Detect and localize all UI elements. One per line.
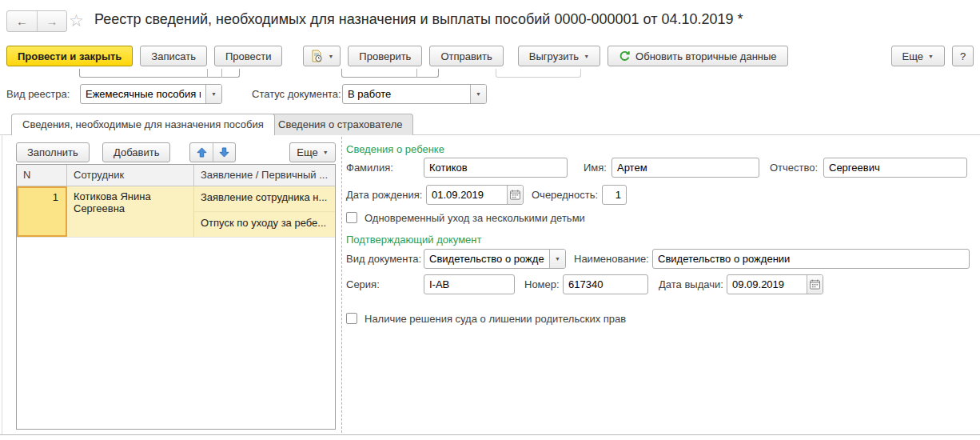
doc-kind-input[interactable] <box>424 250 549 268</box>
tab-benefit-info[interactable]: Сведения, необходимые для назначения пос… <box>11 114 275 135</box>
column-header-employee[interactable]: Сотрудник <box>67 165 194 186</box>
benefits-registry-form: ← → ☆ Реестр сведений, необходимых для н… <box>0 0 980 440</box>
issue-date-field <box>727 274 823 294</box>
order-label: Очередность: <box>532 185 598 205</box>
dropdown-icon: ▼ <box>928 54 934 59</box>
multi-care-checkbox-label: Одновременный уход за несколькими детьми <box>365 212 585 224</box>
number-input[interactable] <box>564 275 647 294</box>
doc-status-input[interactable] <box>343 85 470 103</box>
dropdown-icon: ▼ <box>555 256 560 262</box>
calendar-icon <box>810 279 820 290</box>
write-button[interactable]: Записать <box>140 46 207 66</box>
dropdown-icon: ▼ <box>476 91 481 97</box>
number-field <box>563 274 648 294</box>
refresh-secondary-data-button[interactable]: Обновить вторичные данные <box>608 46 788 66</box>
calendar-picker-button[interactable] <box>507 186 523 204</box>
table-more-button[interactable]: Еще▼ <box>289 142 336 162</box>
middlename-label: Отчество: <box>770 158 818 178</box>
favorite-star-icon[interactable]: ☆ <box>69 11 84 30</box>
column-header-n[interactable]: N <box>17 165 67 186</box>
lastname-input[interactable] <box>424 158 567 177</box>
order-field <box>602 185 627 205</box>
dropdown-icon: ▼ <box>328 54 333 59</box>
create-based-on-button[interactable]: ▼ <box>303 46 341 66</box>
registry-kind-input[interactable] <box>81 85 205 103</box>
doc-kind-label: Вид документа: <box>346 249 421 269</box>
registry-kind-combo: ▼ <box>80 84 222 104</box>
doc-kind-dropdown-button[interactable]: ▼ <box>549 250 565 268</box>
more-button[interactable]: Еще▼ <box>891 46 945 66</box>
doc-kind-combo: ▼ <box>424 249 566 269</box>
calendar-picker-button[interactable] <box>807 275 823 294</box>
arrow-down-icon <box>219 147 229 158</box>
move-buttons <box>189 142 236 162</box>
application-cell: Заявление сотрудника н... Отпуск по уход… <box>194 186 335 237</box>
add-button[interactable]: Добавить <box>102 142 170 162</box>
birthdate-label: Дата рождения: <box>346 185 422 205</box>
doc-status-label: Статус документа: <box>252 84 341 104</box>
export-button[interactable]: Выгрузить▼ <box>518 46 600 66</box>
tab-insurer-info[interactable]: Сведения о страхователе <box>267 114 413 135</box>
document-clock-icon <box>310 50 323 62</box>
order-input[interactable] <box>603 186 626 204</box>
birthdate-input[interactable] <box>427 186 507 204</box>
refresh-icon <box>619 50 631 62</box>
issue-date-label: Дата выдачи: <box>659 274 723 294</box>
firstname-field <box>612 158 759 178</box>
child-section-title: Сведения о ребенке <box>346 143 444 155</box>
application-item[interactable]: Отпуск по уходу за ребе... <box>194 211 335 237</box>
check-button[interactable]: Проверить <box>348 46 422 66</box>
series-label: Серия: <box>346 274 380 294</box>
court-decision-checkbox-label: Наличие решения суда о лишении родительс… <box>365 313 626 325</box>
clipped-field[interactable] <box>496 69 581 78</box>
issue-date-input[interactable] <box>727 275 807 294</box>
middlename-input[interactable] <box>824 158 966 177</box>
panel-splitter[interactable] <box>341 137 342 433</box>
post-button[interactable]: Провести <box>214 46 283 66</box>
doc-name-field <box>652 249 970 269</box>
court-decision-checkbox[interactable] <box>346 313 357 324</box>
move-down-button[interactable] <box>213 143 235 162</box>
post-and-close-button[interactable]: Провести и закрыть <box>6 46 133 66</box>
column-header-application[interactable]: Заявление / Первичный ... <box>194 165 335 186</box>
document-section-title: Подтверждающий документ <box>346 234 481 246</box>
multi-care-checkbox[interactable] <box>346 212 357 223</box>
doc-name-label: Наименование: <box>574 249 649 269</box>
table-row[interactable]: 1 Котикова Янина Сергеевна Заявление сот… <box>17 186 335 238</box>
table-header: N Сотрудник Заявление / Первичный ... <box>17 165 335 186</box>
arrow-up-icon <box>197 147 207 158</box>
doc-status-dropdown-button[interactable]: ▼ <box>470 85 486 103</box>
lastname-field <box>424 158 568 178</box>
doc-name-input[interactable] <box>653 250 969 268</box>
doc-status-combo: ▼ <box>342 84 487 104</box>
registry-kind-label: Вид реестра: <box>6 84 70 104</box>
birthdate-field <box>426 185 524 205</box>
fill-button[interactable]: Заполнить <box>16 142 90 162</box>
forward-button[interactable]: → <box>37 11 66 31</box>
clipped-field[interactable] <box>79 69 240 78</box>
employee-cell[interactable]: Котикова Янина Сергеевна <box>67 186 194 237</box>
application-item[interactable]: Заявление сотрудника н... <box>194 186 335 211</box>
dropdown-icon: ▼ <box>584 54 589 59</box>
employees-table: N Сотрудник Заявление / Первичный ... 1 … <box>16 164 336 430</box>
dropdown-icon: ▼ <box>211 91 217 97</box>
move-up-button[interactable] <box>190 143 213 162</box>
main-toolbar: Провести и закрыть Записать Провести ▼ П… <box>6 46 974 66</box>
back-button[interactable]: ← <box>7 11 37 31</box>
send-button[interactable]: Отправить <box>429 46 503 66</box>
clipped-field[interactable] <box>341 69 439 78</box>
firstname-label: Имя: <box>584 158 607 178</box>
calendar-icon <box>510 190 520 200</box>
back-icon: ← <box>16 14 28 28</box>
registry-kind-dropdown-button[interactable]: ▼ <box>205 85 221 103</box>
series-field <box>424 274 515 294</box>
forward-icon: → <box>46 14 58 28</box>
middlename-field <box>823 158 967 178</box>
dropdown-icon: ▼ <box>323 150 329 155</box>
number-label: Номер: <box>524 274 560 294</box>
help-button[interactable]: ? <box>952 46 974 66</box>
row-number-cell[interactable]: 1 <box>17 186 67 237</box>
page-title: Реестр сведений, необходимых для назначе… <box>94 11 743 28</box>
firstname-input[interactable] <box>612 158 759 177</box>
series-input[interactable] <box>424 275 514 294</box>
